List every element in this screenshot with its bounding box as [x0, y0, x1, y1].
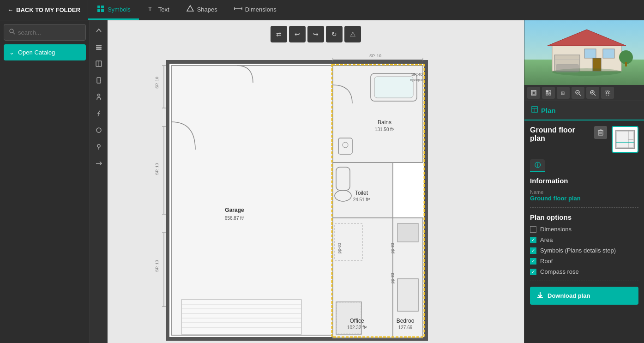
- icon-strip-circle[interactable]: [92, 124, 106, 137]
- download-icon: [536, 291, 544, 300]
- refresh-button[interactable]: ↻: [326, 26, 343, 42]
- symbols-icon: [96, 5, 105, 14]
- tab-shapes-label: Shapes: [197, 6, 217, 13]
- svg-text:102.32 ft²: 102.32 ft²: [347, 325, 367, 330]
- svg-text:Bedroo: Bedroo: [397, 318, 415, 324]
- right-panel-toolbar: ⊞: [524, 85, 644, 101]
- info-tab[interactable]: ⓘ: [530, 159, 545, 172]
- info-name-label: Name: [530, 189, 638, 195]
- plan-tab[interactable]: Plan: [524, 101, 644, 120]
- chevron-down-icon: ⌄: [9, 49, 14, 56]
- search-bar[interactable]: [4, 24, 86, 41]
- svg-point-20: [97, 144, 100, 147]
- svg-text:⊞: ⊞: [561, 90, 565, 96]
- svg-point-17: [100, 80, 101, 81]
- svg-rect-11: [96, 45, 102, 46]
- svg-rect-3: [101, 9, 104, 12]
- information-section: Information Name Ground floor plan: [530, 177, 638, 202]
- svg-text:SP:40: SP:40: [411, 72, 423, 77]
- plan-tab-label: Plan: [541, 107, 556, 114]
- svg-text:T: T: [148, 6, 152, 12]
- frame-button-3[interactable]: ⊞: [557, 87, 570, 99]
- tab-symbols-label: Symbols: [108, 6, 131, 13]
- back-arrow-icon: ←: [7, 6, 13, 13]
- download-plan-button[interactable]: Download plan: [530, 287, 638, 305]
- svg-rect-13: [96, 48, 102, 50]
- svg-text:Bains: Bains: [378, 119, 391, 126]
- open-catalog-label: Open Catalog: [18, 49, 55, 56]
- symbols-option-label: Symbols (Plans details step): [540, 247, 616, 254]
- svg-rect-27: [374, 77, 413, 98]
- symbols-checkbox[interactable]: ✓: [530, 247, 536, 254]
- text-icon: T: [147, 5, 156, 14]
- icon-strip-person[interactable]: [92, 90, 106, 103]
- undo-button[interactable]: ↩: [289, 26, 306, 42]
- icon-strip-pin[interactable]: [92, 140, 106, 153]
- zoom-in-button[interactable]: [586, 87, 599, 99]
- compass-rose-option-label: Compass rose: [540, 268, 579, 275]
- dimensions-checkbox[interactable]: [530, 226, 536, 233]
- frame-button-2[interactable]: [542, 87, 555, 99]
- plan-options-title: Plan options: [530, 213, 638, 221]
- svg-text:SP. 10: SP. 10: [155, 163, 159, 175]
- tab-shapes[interactable]: Shapes: [178, 0, 226, 20]
- svg-rect-97: [546, 93, 548, 95]
- svg-rect-86: [584, 49, 596, 58]
- svg-rect-38: [397, 279, 418, 311]
- frame-button-1[interactable]: [527, 87, 540, 99]
- settings-button[interactable]: [601, 87, 614, 99]
- tab-text[interactable]: T Text: [139, 0, 178, 20]
- swap-button[interactable]: ⇄: [271, 26, 287, 42]
- search-icon: [9, 28, 15, 36]
- open-catalog-button[interactable]: ⌄ Open Catalog: [4, 44, 86, 60]
- svg-line-104: [594, 94, 596, 96]
- dimensions-icon: [234, 5, 242, 14]
- zoom-out-button[interactable]: [572, 87, 584, 99]
- divider-2: [530, 281, 638, 281]
- svg-rect-119: [628, 131, 633, 139]
- canvas-area[interactable]: ⇄ ↩ ↪ ↻ ⚠: [108, 20, 524, 343]
- tab-dimensions[interactable]: Dimensions: [226, 0, 285, 20]
- roof-checkbox[interactable]: ✓: [530, 258, 536, 265]
- icon-strip-door[interactable]: [92, 74, 106, 87]
- plan-options-section: Plan options Dimensions ✓ Area ✓ Symbols…: [530, 213, 638, 275]
- tab-symbols[interactable]: Symbols: [88, 0, 139, 20]
- svg-text:pp-83: pp-83: [337, 243, 342, 253]
- plan-content: Ground floor plan ⓘ: [524, 120, 644, 343]
- warning-button[interactable]: ⚠: [344, 26, 361, 42]
- svg-rect-118: [617, 131, 628, 148]
- icon-strip-lightning[interactable]: [92, 107, 106, 120]
- left-sidebar: ⌄ Open Catalog: [0, 20, 90, 343]
- icon-strip-arrow-right[interactable]: [92, 157, 106, 170]
- svg-text:SP. 10: SP. 10: [155, 77, 159, 89]
- right-panel: ⊞ Plan Ground floor plan: [524, 20, 644, 343]
- 3d-house-svg: [524, 20, 644, 85]
- redo-button[interactable]: ↪: [307, 26, 324, 42]
- icon-strip-layers[interactable]: [92, 41, 106, 54]
- option-roof: ✓ Roof: [530, 258, 638, 265]
- svg-line-10: [13, 32, 15, 34]
- svg-line-101: [579, 94, 581, 96]
- icon-strip-chevron-up[interactable]: [92, 24, 106, 37]
- icon-strip-wall[interactable]: [92, 57, 106, 70]
- plan-name-heading: Ground floor plan: [530, 126, 590, 143]
- svg-text:pp-83: pp-83: [390, 243, 395, 253]
- plan-name-section: Ground floor plan: [530, 126, 638, 153]
- delete-plan-button[interactable]: [594, 126, 607, 139]
- back-label: BACK TO MY FOLDER: [16, 6, 80, 13]
- info-section-title: Information: [530, 177, 638, 185]
- svg-rect-39: [397, 223, 418, 242]
- svg-rect-92: [556, 64, 579, 72]
- search-input[interactable]: [18, 29, 81, 36]
- svg-rect-90: [625, 62, 627, 66]
- svg-text:131.50 ft²: 131.50 ft²: [375, 127, 395, 132]
- svg-point-107: [607, 92, 609, 94]
- compass-rose-checkbox[interactable]: ✓: [530, 269, 536, 275]
- svg-text:opaque: opaque: [410, 78, 424, 82]
- area-checkbox[interactable]: ✓: [530, 237, 536, 243]
- svg-text:pp-83: pp-83: [390, 273, 395, 283]
- back-button[interactable]: ← BACK TO MY FOLDER: [0, 0, 88, 20]
- svg-text:SP. 10: SP. 10: [369, 54, 381, 58]
- option-area: ✓ Area: [530, 236, 638, 243]
- top-toolbar: ← BACK TO MY FOLDER Symbols T Text Shape…: [0, 0, 644, 20]
